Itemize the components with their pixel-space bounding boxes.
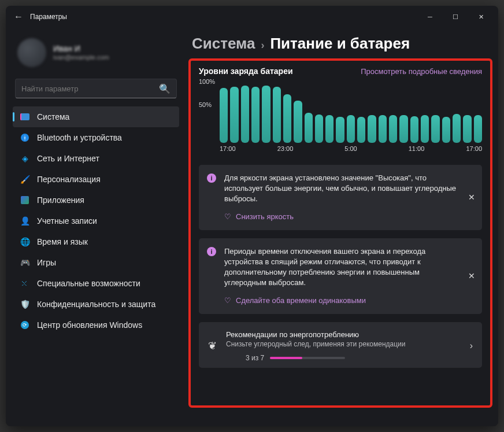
- avatar: [17, 38, 46, 67]
- search-input[interactable]: [21, 84, 159, 93]
- chart-y-axis: 100% 50%: [199, 80, 218, 143]
- sidebar-item-label: Персонализация: [37, 175, 101, 184]
- chart-bar: [463, 115, 471, 143]
- search-box[interactable]: 🔍: [15, 79, 177, 98]
- chart-bar: [305, 113, 313, 143]
- wifi-icon: ◈: [20, 153, 30, 164]
- x-tick: 17:00: [220, 145, 236, 152]
- sidebar-item-gaming[interactable]: 🎮Игры: [13, 252, 179, 273]
- search-icon: 🔍: [159, 83, 171, 94]
- profile-email: ivan@example.com: [53, 54, 109, 61]
- apps-icon: [21, 196, 29, 204]
- close-icon[interactable]: ✕: [468, 271, 475, 280]
- sidebar-item-label: Bluetooth и устройства: [37, 133, 122, 142]
- sidebar-item-label: Сеть и Интернет: [37, 154, 99, 163]
- system-icon: [20, 113, 29, 120]
- tip-card-brightness: i Для яркости экрана установлено значени…: [199, 165, 482, 230]
- sidebar-item-label: Специальные возможности: [37, 279, 140, 288]
- breadcrumb-parent[interactable]: Система: [192, 35, 255, 53]
- accessibility-icon: ⛌: [20, 278, 30, 289]
- close-window-button[interactable]: ✕: [468, 8, 494, 25]
- chart-bar: [399, 115, 407, 143]
- tip-text: Для яркости экрана установлено значение …: [224, 173, 457, 205]
- maximize-button[interactable]: ☐: [443, 8, 468, 25]
- update-icon: ⟳: [21, 321, 29, 329]
- x-tick: 17:00: [466, 145, 482, 152]
- reco-progress-label: 3 из 7: [246, 354, 264, 362]
- x-tick: 11:00: [409, 145, 425, 152]
- y-tick: 100%: [199, 78, 215, 85]
- bluetooth-icon: ᚼ: [21, 134, 29, 142]
- sidebar-item-label: Игры: [37, 258, 56, 267]
- sidebar-item-personalization[interactable]: 🖌️Персонализация: [13, 169, 179, 190]
- tip-action-lower-brightness[interactable]: ♡ Снизить яркость: [224, 212, 457, 222]
- sidebar-item-privacy[interactable]: 🛡️Конфиденциальность и защита: [13, 294, 179, 315]
- chart-bar: [421, 115, 429, 143]
- chart-bar: [368, 115, 376, 143]
- chart-bar: [389, 115, 397, 143]
- sidebar-item-bluetooth[interactable]: ᚼBluetooth и устройства: [13, 127, 179, 148]
- page-title: Питание и батарея: [270, 35, 410, 53]
- tip-text: Периоды времени отключения вашего экрана…: [224, 246, 457, 289]
- sidebar-item-label: Конфиденциальность и защита: [37, 300, 155, 309]
- view-details-link[interactable]: Просмотреть подробные сведения: [361, 67, 482, 76]
- sidebar-item-system[interactable]: Система: [13, 106, 179, 127]
- battery-levels-title: Уровни заряда батареи: [199, 67, 293, 76]
- sidebar-item-apps[interactable]: Приложения: [13, 190, 179, 211]
- sidebar: Иван И ivan@example.com 🔍 Система ᚼBluet…: [6, 28, 185, 426]
- chart-bar: [379, 115, 387, 143]
- back-button[interactable]: ←: [10, 12, 27, 22]
- sidebar-item-label: Учетные записи: [37, 216, 97, 226]
- reco-subtitle: Снизьте углеродный след, применяя эти ре…: [226, 340, 461, 348]
- tip-action-label: Снизить яркость: [236, 212, 294, 222]
- chart-bar: [336, 117, 344, 143]
- sidebar-item-label: Время и язык: [37, 237, 88, 246]
- chart-bar: [230, 87, 238, 143]
- sidebar-item-time-language[interactable]: 🌐Время и язык: [13, 231, 179, 252]
- brush-icon: 🖌️: [20, 174, 30, 184]
- chart-bar: [474, 115, 482, 143]
- chart-bar: [453, 114, 461, 143]
- chart-bar: [431, 115, 439, 143]
- sidebar-item-accounts[interactable]: 👤Учетные записи: [13, 211, 179, 231]
- minimize-button[interactable]: ─: [417, 8, 443, 25]
- reco-progress-track: [270, 357, 345, 359]
- sidebar-item-windows-update[interactable]: ⟳Центр обновления Windows: [13, 315, 179, 335]
- chart-bar: [315, 115, 323, 143]
- battery-chart: 100% 50% 17:0023:005:0011:0017:00: [199, 80, 482, 157]
- chart-bar: [262, 86, 270, 143]
- sidebar-item-label: Система: [37, 112, 69, 121]
- titlebar: ← Параметры ─ ☐ ✕: [6, 6, 498, 28]
- main-pane: Система › Питание и батарея Уровни заряд…: [185, 28, 498, 426]
- sidebar-item-accessibility[interactable]: ⛌Специальные возможности: [13, 273, 179, 294]
- x-tick: 23:00: [277, 145, 294, 152]
- x-tick: 5:00: [344, 145, 357, 152]
- window-title: Параметры: [30, 13, 67, 21]
- chart-bar: [325, 115, 333, 143]
- chevron-right-icon: ›: [261, 39, 264, 51]
- sidebar-item-network[interactable]: ◈Сеть и Интернет: [13, 148, 179, 169]
- heart-leaf-icon: ♡: [224, 212, 231, 222]
- info-icon: i: [207, 173, 216, 183]
- highlighted-panel: Уровни заряда батареи Просмотреть подроб…: [188, 58, 492, 408]
- nav-list: Система ᚼBluetooth и устройства ◈Сеть и …: [13, 106, 179, 335]
- tip-action-equal-times[interactable]: ♡ Сделайте оба времени одинаковыми: [224, 296, 457, 306]
- profile-name: Иван И: [53, 44, 109, 54]
- profile-block[interactable]: Иван И ivan@example.com: [13, 32, 179, 76]
- chart-bars: [220, 80, 482, 143]
- globe-clock-icon: 🌐: [20, 237, 30, 247]
- close-icon[interactable]: ✕: [468, 193, 475, 202]
- chart-bar: [220, 88, 228, 143]
- chart-bar: [251, 87, 260, 143]
- chart-bar: [294, 101, 302, 143]
- y-tick: 50%: [199, 101, 212, 108]
- chart-bar: [442, 117, 450, 143]
- reco-title: Рекомендации по энергопотреблению: [226, 330, 461, 339]
- chart-x-axis: 17:0023:005:0011:0017:00: [220, 145, 482, 157]
- reco-progress-fill: [270, 357, 302, 359]
- energy-recommendations-row[interactable]: ❦ Рекомендации по энергопотреблению Сниз…: [199, 322, 482, 368]
- gamepad-icon: 🎮: [20, 257, 30, 268]
- chart-bar: [410, 116, 418, 143]
- tip-action-label: Сделайте оба времени одинаковыми: [236, 296, 366, 306]
- chevron-right-icon: ›: [470, 341, 473, 351]
